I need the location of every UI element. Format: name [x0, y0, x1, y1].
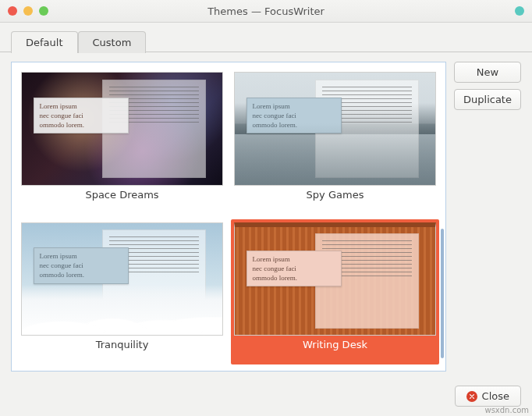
side-button-column: New Duplicate: [454, 62, 521, 372]
theme-label: Space Dreams: [85, 186, 158, 202]
window-title: Themes — FocusWriter: [0, 5, 532, 17]
lorem-line: ommodo lorem.: [39, 120, 123, 130]
lorem-line: nec congue faci: [39, 261, 123, 270]
themes-dialog: Themes — FocusWriter Default Custom Lore…: [0, 0, 532, 416]
lorem-overlay: Lorem ipsumnec congue faciommodo lorem.: [34, 247, 129, 283]
close-window-icon[interactable]: [8, 6, 17, 16]
theme-label: Writing Desk: [303, 336, 367, 352]
theme-thumbnail: Lorem ipsumnec congue faciommodo lorem.: [234, 222, 436, 336]
lorem-overlay: Lorem ipsumnec congue faciommodo lorem.: [246, 251, 342, 286]
close-button[interactable]: Close: [455, 386, 521, 407]
theme-thumbnail: Lorem ipsumnec congue faciommodo lorem.: [21, 222, 223, 336]
lorem-line: ommodo lorem.: [39, 270, 123, 279]
lorem-line: ommodo lorem.: [252, 273, 336, 283]
titlebar-accent-icon: [515, 6, 524, 16]
theme-gallery: Lorem ipsumnec congue faciommodo lorem.S…: [11, 62, 446, 372]
close-icon: [466, 391, 477, 402]
lorem-line: Lorem ipsum: [252, 254, 336, 264]
tab-default[interactable]: Default: [11, 31, 78, 53]
titlebar: Themes — FocusWriter: [0, 0, 532, 23]
theme-thumbnail: Lorem ipsumnec congue faciommodo lorem.: [234, 72, 436, 186]
lorem-line: nec congue faci: [252, 264, 336, 273]
theme-space-dreams[interactable]: Lorem ipsumnec congue faciommodo lorem.S…: [18, 69, 226, 215]
close-button-label: Close: [482, 390, 509, 402]
tab-bar: Default Custom: [0, 23, 532, 52]
lorem-line: Lorem ipsum: [39, 251, 123, 261]
theme-label: Spy Games: [307, 186, 364, 202]
theme-label: Tranquility: [96, 336, 149, 352]
new-button[interactable]: New: [454, 62, 521, 83]
theme-thumbnail: Lorem ipsumnec congue faciommodo lorem.: [21, 72, 223, 186]
tab-custom[interactable]: Custom: [78, 31, 147, 53]
lorem-line: nec congue faci: [252, 111, 336, 120]
theme-writing-desk[interactable]: Lorem ipsumnec congue faciommodo lorem.W…: [231, 219, 439, 365]
minimize-window-icon[interactable]: [23, 6, 33, 16]
window-controls: [8, 6, 48, 16]
maximize-window-icon[interactable]: [39, 6, 48, 16]
theme-tranquility[interactable]: Lorem ipsumnec congue faciommodo lorem.T…: [18, 219, 226, 365]
lorem-line: ommodo lorem.: [252, 120, 336, 130]
lorem-line: Lorem ipsum: [252, 101, 336, 111]
lorem-line: nec congue faci: [39, 111, 123, 120]
scrollbar[interactable]: [441, 229, 444, 358]
dialog-footer: Close: [0, 379, 532, 416]
lorem-overlay: Lorem ipsumnec congue faciommodo lorem.: [34, 98, 129, 133]
duplicate-button[interactable]: Duplicate: [454, 89, 521, 110]
lorem-overlay: Lorem ipsumnec congue faciommodo lorem.: [246, 98, 342, 133]
lorem-line: Lorem ipsum: [39, 101, 123, 111]
dialog-body: Lorem ipsumnec congue faciommodo lorem.S…: [0, 52, 532, 379]
theme-spy-games[interactable]: Lorem ipsumnec congue faciommodo lorem.S…: [231, 69, 439, 215]
document-preview: [315, 80, 420, 178]
